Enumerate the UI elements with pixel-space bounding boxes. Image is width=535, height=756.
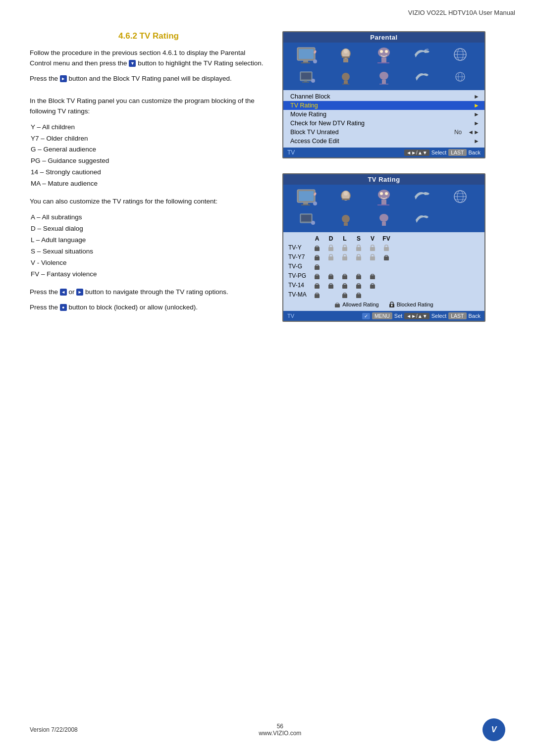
cell-tvy-v[interactable] xyxy=(366,243,379,252)
icon-row-bottom xyxy=(283,67,484,90)
svg-point-118 xyxy=(391,305,392,306)
cell-tvy-d[interactable] xyxy=(324,243,338,252)
rating-label-tv14: TV-14 xyxy=(288,282,310,289)
footer-left-group: Version 7/22/2008 xyxy=(30,726,78,733)
menu-item-movie-rating[interactable]: Movie Rating ► xyxy=(283,110,484,119)
svg-rect-58 xyxy=(344,223,348,226)
list-item: V - Violence xyxy=(31,257,268,269)
legend-allowed: Allowed Rating xyxy=(334,301,378,308)
globe-icon xyxy=(447,46,473,65)
menu-item-tv-rating[interactable]: TV Rating ► xyxy=(283,101,484,110)
cell-tvg-a[interactable] xyxy=(310,262,324,271)
cell-tvpg-l[interactable] xyxy=(338,271,352,280)
cell-tvy-a[interactable] xyxy=(310,243,324,252)
cell-tvy-s[interactable] xyxy=(352,243,366,252)
cell-tvma-fv[interactable] xyxy=(379,290,393,299)
cell-tvpg-d[interactable] xyxy=(324,271,338,280)
cell-tvg-v[interactable] xyxy=(366,262,379,271)
svg-rect-42 xyxy=(342,199,350,200)
cell-tvma-l[interactable] xyxy=(338,290,352,299)
globe-icon-p2 xyxy=(447,188,473,207)
cell-tvy7-v[interactable] xyxy=(366,252,379,261)
paragraph-1: Follow the procedure in the previous sec… xyxy=(30,48,268,69)
cell-tvpg-v[interactable] xyxy=(366,271,379,280)
small-icon-5 xyxy=(447,68,473,88)
tv-rating-list: Y – All children Y7 – Older children G –… xyxy=(30,122,268,190)
cell-tv14-d[interactable] xyxy=(324,281,338,290)
rating-grid: A D L S V FV TV-Y xyxy=(283,232,484,311)
small-icon2-3 xyxy=(371,210,397,230)
legend-allowed-label: Allowed Rating xyxy=(342,302,378,307)
cell-tvg-s[interactable] xyxy=(352,262,366,271)
cell-tvy7-d[interactable] xyxy=(324,252,338,261)
cell-tvy-fv[interactable] xyxy=(379,243,393,252)
list-item: L – Adult language xyxy=(31,235,268,246)
rating-label-tvg: TV-G xyxy=(288,263,310,270)
cell-tvy7-fv[interactable] xyxy=(379,252,393,261)
small-icon2-2 xyxy=(333,210,359,230)
cell-tvg-d[interactable] xyxy=(324,262,338,271)
svg-rect-9 xyxy=(342,56,350,58)
cell-tvpg-s[interactable] xyxy=(352,271,366,280)
cell-tv14-fv[interactable] xyxy=(379,281,393,290)
cell-tv14-a[interactable] xyxy=(310,281,324,290)
footer-center-group: 56 www.VIZIO.com xyxy=(259,723,301,737)
menu-item-block-unrated[interactable]: Block TV Unrated No ◄► xyxy=(283,128,484,137)
last-button[interactable]: LAST xyxy=(448,149,466,156)
cell-tvpg-a[interactable] xyxy=(310,271,324,280)
col-S: S xyxy=(352,235,366,242)
menu-item-access-code[interactable]: Access Code Edit ► xyxy=(283,137,484,146)
cell-tv14-v[interactable] xyxy=(366,281,379,290)
cell-tvy-l[interactable] xyxy=(338,243,352,252)
vizio-logo: V xyxy=(482,718,505,741)
menu-item-check-dtv[interactable]: Check for New DTV Rating ► xyxy=(283,119,484,128)
cell-tvg-fv[interactable] xyxy=(379,262,393,271)
svg-rect-3 xyxy=(301,62,310,63)
svg-point-8 xyxy=(344,50,348,53)
svg-rect-6 xyxy=(343,58,348,62)
cell-tvma-s[interactable] xyxy=(352,290,366,299)
cell-tvma-d[interactable] xyxy=(324,290,338,299)
left-column: 4.6.2 TV Rating Follow the procedure in … xyxy=(30,31,268,322)
cell-tvma-v[interactable] xyxy=(366,290,379,299)
small-icon2-4 xyxy=(409,210,435,230)
cell-tvma-a[interactable] xyxy=(310,290,324,299)
svg-point-46 xyxy=(380,192,383,195)
svg-rect-55 xyxy=(301,215,311,221)
rating-col-headers: A D L S V FV xyxy=(310,235,480,242)
list-item: 14 – Strongly cautioned xyxy=(31,167,268,178)
bird-icon-p2 xyxy=(409,188,435,207)
monitor-icon-p2-3 xyxy=(371,188,397,207)
vizio-check-icon: ✓ xyxy=(362,313,370,319)
col-A: A xyxy=(310,235,324,242)
monitor-icon-p2-1 xyxy=(295,188,321,207)
last-button2[interactable]: LAST xyxy=(448,312,466,319)
cell-tvg-l[interactable] xyxy=(338,262,352,271)
cell-tv14-s[interactable] xyxy=(352,281,366,290)
svg-rect-2 xyxy=(303,60,308,62)
cell-tvy7-s[interactable] xyxy=(352,252,366,261)
monitor-icon-p2-2 xyxy=(333,188,359,207)
panel2-title: TV Rating xyxy=(283,174,484,185)
footer-controls: ◄►/▲▼ Select LAST Back xyxy=(404,149,481,156)
cell-tvy7-l[interactable] xyxy=(338,252,352,261)
nav-button-icon: ▼ xyxy=(129,60,136,67)
right-column: Parental xyxy=(282,31,490,322)
svg-rect-1 xyxy=(299,49,314,59)
cell-tv14-l[interactable] xyxy=(338,281,352,290)
paragraph-2: Press the ► button and the Block TV Rati… xyxy=(30,74,268,84)
icon-row-top xyxy=(283,43,484,67)
small-icon-3 xyxy=(371,68,397,88)
monitor-icon-2 xyxy=(333,46,359,65)
rating-label-tvpg: TV-PG xyxy=(288,272,310,279)
icon-row2-bottom xyxy=(283,209,484,232)
version-text: Version 7/22/2008 xyxy=(30,726,78,733)
nav-icon2: ◄►/▲▼ xyxy=(404,313,429,319)
menu-button[interactable]: MENU xyxy=(372,312,392,319)
cell-tvpg-fv[interactable] xyxy=(379,271,393,280)
cell-tvy7-a[interactable] xyxy=(310,252,324,261)
list-item: Y – All children xyxy=(31,122,268,133)
ok-button-icon: ● xyxy=(60,304,67,311)
paragraph-navigate: Press the ◄ or ► button to navigate thro… xyxy=(30,287,268,298)
menu-item-channel-block[interactable]: Channel Block ► xyxy=(283,92,484,101)
